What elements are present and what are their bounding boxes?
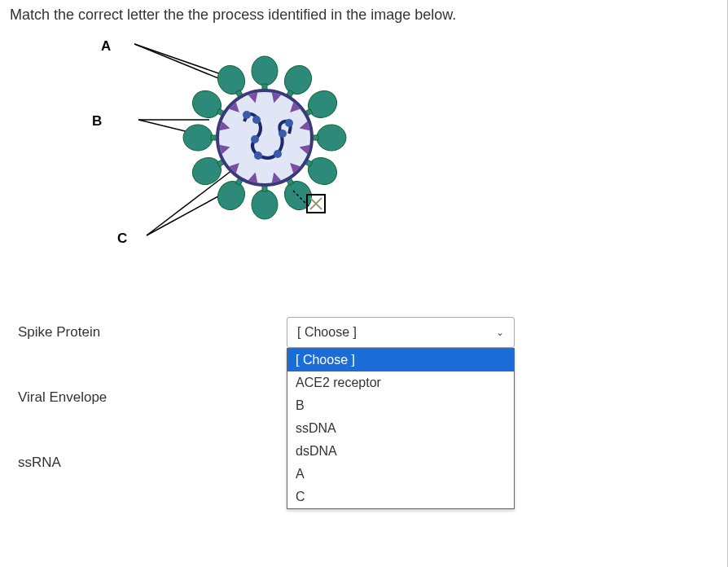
svg-point-6: [252, 56, 278, 86]
svg-point-30: [217, 90, 312, 185]
select-spike-protein[interactable]: [ Choose ] ⌄: [287, 317, 515, 348]
svg-point-18: [252, 190, 278, 219]
match-section: Spike Protein [ Choose ] ⌄ [ Choose ] AC…: [0, 317, 727, 478]
image-label-b: B: [92, 113, 102, 130]
match-label-envelope: Viral Envelope: [18, 389, 287, 406]
dropdown-panel: [ Choose ] ACE2 receptor B ssDNA dsDNA A…: [287, 348, 515, 509]
svg-point-12: [317, 125, 346, 151]
chevron-down-icon: ⌄: [496, 327, 504, 338]
svg-point-48: [278, 130, 287, 138]
dropdown-option[interactable]: C: [287, 486, 514, 508]
question-image: A B C: [65, 32, 407, 268]
dropdown-option[interactable]: ssDNA: [287, 417, 514, 440]
dropdown-option[interactable]: B: [287, 394, 514, 417]
dropdown-option[interactable]: ACE2 receptor: [287, 371, 514, 394]
dropdown-option[interactable]: A: [287, 463, 514, 486]
select-value: [ Choose ]: [297, 325, 357, 340]
svg-point-46: [254, 152, 262, 160]
dropdown-option[interactable]: dsDNA: [287, 440, 514, 463]
svg-line-0: [134, 44, 228, 77]
svg-point-49: [285, 119, 293, 127]
image-label-c: C: [117, 231, 127, 247]
svg-point-45: [251, 135, 259, 143]
image-label-a: A: [101, 38, 111, 55]
svg-point-44: [252, 116, 261, 124]
virus-diagram: [134, 32, 379, 252]
match-label-ssrna: ssRNA: [18, 455, 287, 471]
question-prompt: Match the correct letter the the process…: [0, 0, 727, 24]
match-row: Spike Protein [ Choose ] ⌄ [ Choose ] AC…: [18, 317, 727, 348]
svg-point-43: [243, 111, 251, 119]
svg-point-47: [274, 150, 282, 158]
svg-point-24: [183, 125, 213, 151]
dropdown-option[interactable]: [ Choose ]: [287, 349, 514, 371]
match-label-spike: Spike Protein: [18, 324, 287, 341]
